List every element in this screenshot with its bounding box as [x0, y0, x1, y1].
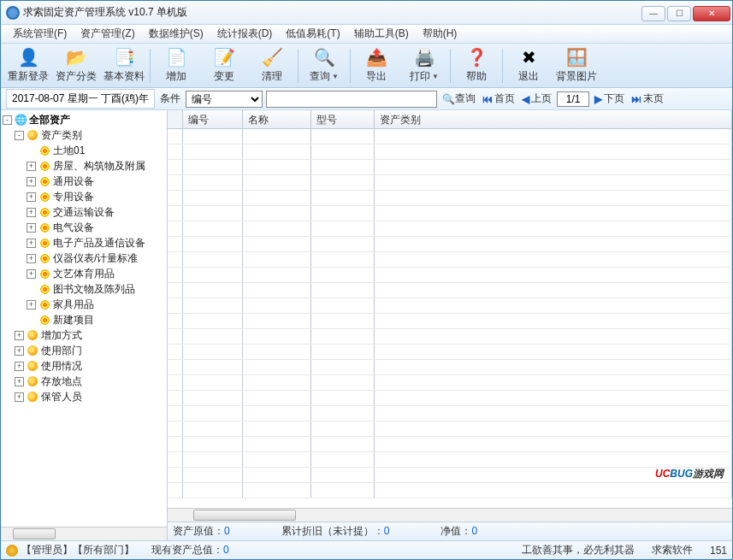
tree-node[interactable]: +电气设备 — [3, 220, 165, 235]
menu-1[interactable]: 资产管理(Z) — [74, 25, 141, 43]
basic-button[interactable]: 📑基本资料 — [100, 45, 148, 86]
col-category[interactable]: 资产类别 — [375, 110, 732, 128]
table-row[interactable] — [168, 221, 732, 237]
collapse-icon[interactable]: - — [3, 115, 12, 125]
tree-node[interactable]: 图书文物及陈列品 — [3, 281, 165, 297]
expand-icon[interactable]: + — [15, 377, 24, 386]
table-row[interactable] — [168, 191, 732, 206]
table-row[interactable] — [168, 314, 732, 329]
expand-icon[interactable]: + — [15, 392, 24, 402]
page-number-input[interactable] — [557, 91, 589, 107]
table-row[interactable] — [168, 206, 732, 221]
help-button[interactable]: ❓帮助 — [452, 45, 500, 86]
table-row[interactable] — [168, 329, 732, 345]
tree-node[interactable]: 新建项目 — [3, 312, 165, 327]
classify-button[interactable]: 📂资产分类 — [52, 45, 100, 86]
first-page-button[interactable]: ⏮首页 — [481, 91, 517, 106]
expand-icon[interactable]: + — [15, 346, 24, 356]
tree-hscrollbar[interactable] — [1, 527, 167, 540]
condition-field-select[interactable]: 编号 — [186, 91, 263, 108]
maximize-button[interactable]: ☐ — [667, 6, 691, 21]
table-row[interactable] — [168, 360, 732, 375]
table-row[interactable] — [168, 144, 732, 160]
search-button[interactable]: 🔍查询 — [440, 91, 477, 106]
expand-icon[interactable]: + — [27, 254, 36, 263]
table-row[interactable] — [168, 375, 732, 391]
exit-button[interactable]: ✖退出 — [505, 45, 553, 86]
relogin-button[interactable]: 👤重新登录 — [4, 45, 52, 86]
relogin-label: 重新登录 — [8, 69, 49, 84]
minimize-button[interactable]: — — [641, 6, 665, 21]
bgimg-button[interactable]: 🪟背景图片 — [553, 45, 600, 86]
menu-5[interactable]: 辅助工具(B) — [347, 25, 416, 43]
menu-2[interactable]: 数据维护(S) — [142, 25, 210, 43]
tree-node[interactable]: +保管人员 — [3, 389, 165, 404]
table-row[interactable] — [168, 268, 732, 283]
grid-hscrollbar[interactable] — [168, 508, 732, 522]
expand-icon[interactable]: + — [27, 300, 36, 309]
grid-body[interactable]: UCBUG游戏网 — [168, 129, 732, 508]
prev-page-button[interactable]: ◀上页 — [520, 91, 553, 106]
menu-0[interactable]: 系统管理(F) — [6, 25, 74, 43]
table-row[interactable] — [168, 483, 732, 498]
export-button[interactable]: 📤导出 — [352, 45, 400, 86]
table-row[interactable] — [168, 283, 732, 298]
menu-6[interactable]: 帮助(H) — [416, 25, 464, 43]
col-number[interactable]: 编号 — [183, 110, 243, 128]
table-row[interactable] — [168, 391, 732, 406]
table-row[interactable] — [168, 175, 732, 191]
expand-icon[interactable]: + — [27, 269, 36, 279]
table-row[interactable] — [168, 345, 732, 360]
col-name[interactable]: 名称 — [243, 110, 311, 128]
table-row[interactable] — [168, 298, 732, 314]
last-page-button[interactable]: ⏭末页 — [630, 91, 665, 106]
table-row[interactable] — [168, 437, 732, 452]
tree-node[interactable]: +仪器仪表/计量标准 — [3, 251, 165, 266]
expand-icon[interactable]: + — [27, 223, 36, 233]
expand-icon[interactable]: + — [27, 177, 36, 186]
menu-4[interactable]: 低值易耗(T) — [279, 25, 346, 43]
expand-icon[interactable]: + — [27, 239, 36, 248]
tree-node[interactable]: +文艺体育用品 — [3, 266, 165, 281]
change-button[interactable]: 📝变更 — [200, 45, 248, 86]
close-button[interactable]: ✕ — [693, 6, 730, 21]
add-button[interactable]: 📄增加 — [152, 45, 200, 86]
tree-node[interactable]: +通用设备 — [3, 174, 165, 189]
table-row[interactable] — [168, 129, 732, 144]
tree-node[interactable]: +交通运输设备 — [3, 204, 165, 220]
bgimg-icon: 🪟 — [566, 47, 587, 68]
expand-icon[interactable]: + — [27, 208, 36, 217]
col-model[interactable]: 型号 — [311, 110, 375, 128]
table-row[interactable] — [168, 252, 732, 268]
table-row[interactable] — [168, 468, 732, 483]
tree-node[interactable]: +存放地点 — [3, 374, 165, 389]
tree-node[interactable]: +使用部门 — [3, 343, 165, 358]
tree-node[interactable]: +专用设备 — [3, 189, 165, 204]
table-row[interactable] — [168, 237, 732, 252]
expand-icon[interactable]: + — [27, 162, 36, 171]
menu-3[interactable]: 统计报表(D) — [210, 25, 280, 43]
table-row[interactable] — [168, 406, 732, 421]
table-row[interactable] — [168, 452, 732, 468]
condition-value-input[interactable] — [266, 91, 437, 108]
asset-tree[interactable]: -🌐全部资产-资产类别土地01+房屋、构筑物及附属+通用设备+专用设备+交通运输… — [1, 110, 167, 527]
tree-node[interactable]: +电子产品及通信设备 — [3, 235, 165, 251]
tree-node[interactable]: +增加方式 — [3, 327, 165, 343]
expand-icon[interactable]: + — [15, 331, 24, 340]
tree-node[interactable]: -🌐全部资产 — [3, 112, 165, 127]
query-button[interactable]: 🔍查询▼ — [300, 45, 348, 86]
next-page-button[interactable]: ▶下页 — [593, 91, 626, 106]
tree-node[interactable]: +房屋、构筑物及附属 — [3, 158, 165, 174]
tree-node[interactable]: -资产类别 — [3, 127, 165, 143]
print-button[interactable]: 🖨️打印▼ — [400, 45, 448, 86]
expand-icon[interactable]: + — [27, 192, 36, 202]
table-row[interactable] — [168, 160, 732, 175]
tree-node[interactable]: +家具用品 — [3, 297, 165, 312]
table-row[interactable] — [168, 421, 732, 437]
collapse-icon[interactable]: - — [15, 131, 24, 140]
tree-node[interactable]: 土地01 — [3, 143, 165, 158]
tree-spacer — [27, 146, 36, 156]
expand-icon[interactable]: + — [15, 362, 24, 371]
tree-node[interactable]: +使用情况 — [3, 358, 165, 374]
clean-button[interactable]: 🧹清理 — [248, 45, 296, 86]
